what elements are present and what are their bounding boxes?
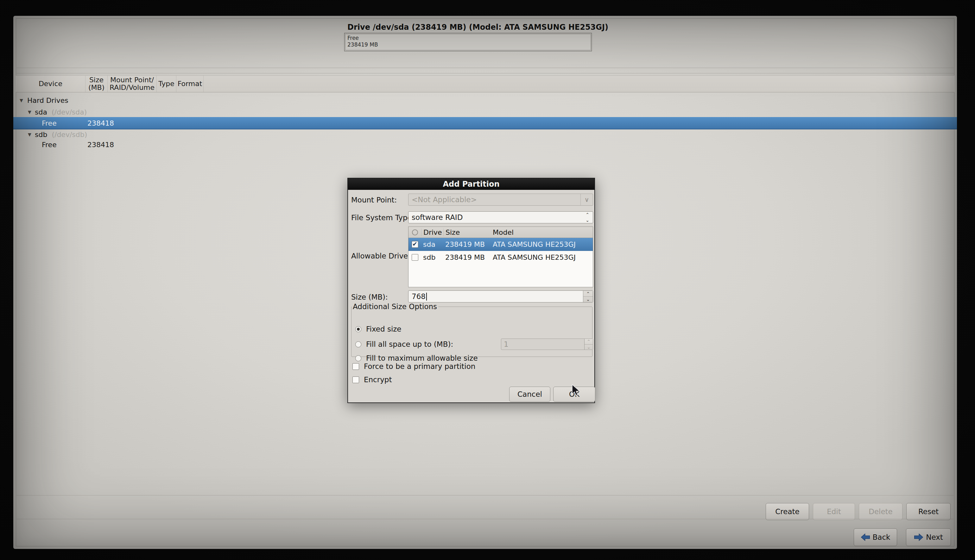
size-spinner[interactable]: ⌃ ⌄ [583, 291, 593, 302]
tree-free-size: 238418 [87, 119, 114, 127]
spin-down-icon[interactable]: ⌄ [585, 345, 593, 350]
expander-icon[interactable]: ▼ [28, 110, 31, 115]
screen: Drive /dev/sda (238419 MB) (Model: ATA S… [13, 16, 957, 549]
column-header-device[interactable]: Device [16, 76, 85, 92]
radio-fill-maximum[interactable] [355, 355, 361, 361]
fs-type-combo[interactable]: software RAID ⌃ ⌄ [408, 211, 593, 223]
drive-model: ATA SAMSUNG HE253GJ [491, 253, 593, 261]
drive-model: ATA SAMSUNG HE253GJ [491, 240, 593, 248]
allowable-drives-label: Allowable Drives: [351, 252, 414, 260]
drive-free-segment[interactable]: Free 238419 MB [345, 34, 591, 50]
tree-label-sdb: sdb(/dev/sdb) [35, 130, 87, 138]
column-header-format[interactable]: Format [176, 76, 204, 92]
spin-up-icon[interactable]: ⌃ [582, 212, 593, 217]
tree-row-sdb[interactable]: ▼ sdb(/dev/sdb) [13, 129, 957, 139]
chevron-down-icon[interactable]: ∨ [580, 194, 593, 205]
separator [17, 68, 954, 68]
spin-down-icon[interactable]: ⌄ [583, 297, 593, 302]
options-legend: Additional Size Options [352, 302, 438, 311]
spin-up-icon[interactable]: ⌃ [585, 339, 593, 345]
mouse-cursor [570, 384, 582, 396]
tree-device-path: (/dev/sda) [52, 108, 87, 116]
encrypt-option[interactable]: Encrypt [353, 375, 392, 384]
drive-title: Drive /dev/sda (238419 MB) (Model: ATA S… [347, 23, 608, 32]
drive-size: 238419 MB [443, 253, 491, 261]
dialog-titlebar[interactable]: Add Partition [348, 178, 594, 190]
force-primary-option[interactable]: Force to be a primary partition [353, 362, 475, 371]
device-table-header: Device Size (MB) Mount Point/ RAID/Volum… [16, 75, 955, 92]
tree-free-size: 238418 [87, 140, 114, 148]
force-primary-checkbox[interactable] [353, 363, 359, 370]
expander-icon[interactable]: ▼ [20, 98, 23, 103]
fill-to-spinbox[interactable]: 1 ⌃ ⌄ [501, 338, 593, 350]
tree-label-sda: sda(/dev/sda) [35, 108, 87, 116]
back-button[interactable]: Back [854, 528, 897, 546]
bar-free-size: 238419 MB [347, 42, 590, 48]
additional-size-options-group: Additional Size Options Fixed size Fill … [351, 302, 592, 357]
delete-button[interactable]: Delete [859, 503, 903, 520]
encrypt-checkbox[interactable] [353, 377, 359, 383]
tree-label-hard-drives: Hard Drives [27, 97, 69, 104]
fs-type-label: File System Type: [351, 213, 414, 222]
drive-checkbox-checked[interactable]: ✔ [411, 241, 418, 248]
spin-up-icon[interactable]: ⌃ [583, 291, 593, 297]
column-header-size[interactable]: Size (MB) [85, 76, 108, 92]
separator [17, 73, 954, 73]
drives-table-header: Drive Size Model [408, 227, 593, 238]
separator [17, 495, 954, 495]
size-spinbox[interactable]: 768 ⌃ ⌄ [408, 290, 593, 302]
drive-row-sdb[interactable]: sdb 238419 MB ATA SAMSUNG HE253GJ [408, 251, 593, 263]
radio-fill-all-space[interactable] [355, 342, 361, 347]
col-header-model[interactable]: Model [491, 228, 593, 236]
combo-spinner[interactable]: ⌃ ⌄ [582, 212, 593, 223]
drive-checkbox-unchecked[interactable] [411, 254, 418, 261]
back-arrow-icon [861, 533, 870, 541]
drive-name: sda [421, 240, 443, 248]
drive-partition-bar[interactable]: Free 238419 MB [344, 33, 592, 51]
mount-point-value: <Not Applicable> [408, 195, 477, 204]
cancel-button[interactable]: Cancel [509, 387, 550, 402]
next-button[interactable]: Next [906, 528, 951, 546]
option-fill-maximum[interactable]: Fill to maximum allowable size [355, 354, 478, 363]
col-header-drive[interactable]: Drive [421, 228, 443, 236]
reset-button[interactable]: Reset [906, 503, 951, 520]
separator [17, 519, 954, 519]
radio-fixed-size[interactable] [355, 326, 361, 332]
option-fill-all-space[interactable]: Fill all space up to (MB): [355, 340, 453, 349]
tree-row-sda[interactable]: ▼ sda(/dev/sda) [13, 107, 957, 117]
spin-down-icon[interactable]: ⌄ [582, 217, 593, 223]
create-button[interactable]: Create [766, 503, 809, 520]
drive-size: 238419 MB [443, 240, 491, 248]
tree-row-sdb-free[interactable]: Free 238418 [13, 139, 957, 150]
next-arrow-icon [914, 533, 923, 541]
tree-label-free: Free [42, 119, 57, 127]
add-partition-dialog: Add Partition Mount Point: <Not Applicab… [347, 178, 595, 403]
size-value: 768 [408, 292, 426, 300]
tree-row-hard-drives[interactable]: ▼ Hard Drives [13, 95, 957, 106]
tree-row-sda-free[interactable]: Free 238418 [13, 117, 957, 129]
fs-type-value: software RAID [408, 213, 463, 222]
fill-to-value: 1 [501, 340, 508, 348]
option-fixed-size[interactable]: Fixed size [355, 325, 401, 333]
fill-to-spinner[interactable]: ⌃ ⌄ [584, 339, 593, 350]
col-header-size[interactable]: Size [443, 228, 491, 236]
expander-icon[interactable]: ▼ [28, 132, 31, 137]
toggle-column-icon [408, 229, 421, 235]
size-label: Size (MB): [351, 293, 388, 301]
drive-row-sda[interactable]: ✔ sda 238419 MB ATA SAMSUNG HE253GJ [408, 238, 593, 251]
drive-name: sdb [421, 253, 443, 261]
mount-point-combo[interactable]: <Not Applicable> ∨ [408, 193, 593, 206]
column-header-type[interactable]: Type [157, 76, 176, 92]
check-icon: ✔ [412, 241, 417, 247]
dialog-title: Add Partition [443, 180, 499, 188]
text-caret [426, 293, 427, 300]
tree-device-path: (/dev/sdb) [52, 130, 87, 138]
column-header-mount-point[interactable]: Mount Point/ RAID/Volume [108, 76, 157, 92]
bar-free-label: Free [347, 35, 590, 42]
column-header-filler [204, 76, 955, 92]
tree-label-free: Free [42, 140, 57, 148]
mount-point-label: Mount Point: [351, 196, 397, 204]
allowable-drives-table: Drive Size Model ✔ sda 238419 MB ATA SAM… [408, 227, 593, 287]
edit-button[interactable]: Edit [813, 503, 855, 520]
